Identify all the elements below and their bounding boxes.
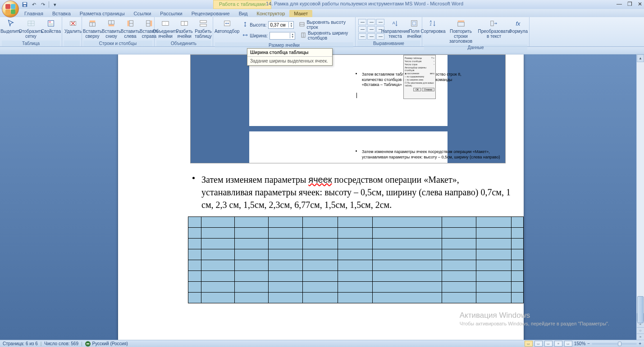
table-cell[interactable] [269,217,303,228]
table-cell[interactable] [234,293,269,303]
table-cell[interactable] [201,239,235,249]
body-paragraph[interactable]: Затем изменяем параметры ячеек посредств… [201,173,512,211]
formula-button[interactable]: fx Формула [509,18,527,35]
properties-button[interactable]: Свойства [42,18,60,35]
table-cell[interactable] [372,271,442,282]
table-cell[interactable] [234,217,269,228]
next-page-button[interactable]: » [637,333,644,340]
table-cell[interactable] [372,228,442,239]
gridlines-button[interactable]: Отобразить сетку [21,18,41,40]
table-cell[interactable] [511,239,523,249]
maximize-button[interactable]: ❐ [627,1,632,7]
tab-view[interactable]: Вид [234,10,252,17]
table-cell[interactable] [476,282,511,293]
table-cell[interactable] [372,239,442,249]
table-cell[interactable] [372,293,442,303]
table-cell[interactable] [302,282,338,293]
view-full-screen[interactable]: ▭ [534,341,543,347]
view-outline[interactable]: ≡ [554,341,562,347]
table-cell[interactable] [338,260,373,271]
table-cell[interactable] [302,217,338,228]
table-cell[interactable] [372,217,442,228]
table-cell[interactable] [201,271,235,282]
table-cell[interactable] [188,271,201,282]
table-cell[interactable] [476,271,511,282]
tab-references[interactable]: Ссылки [129,10,156,17]
table-cell[interactable] [476,293,511,303]
distribute-rows-button[interactable]: Выровнять высоту строк [306,20,351,30]
table-cell[interactable] [269,239,303,249]
document-table[interactable] [188,216,524,303]
spinner-arrows[interactable]: ▲▼ [288,22,293,27]
table-cell[interactable] [302,293,338,303]
table-cell[interactable] [201,217,235,228]
height-spinner[interactable]: ▲▼ [268,21,294,29]
table-cell[interactable] [234,271,269,282]
save-icon[interactable] [22,1,28,8]
redo-icon[interactable]: ↷ [40,1,46,8]
insert-below-button[interactable]: Вставить снизу [102,18,120,40]
table-cell[interactable] [302,260,338,271]
align-tl[interactable] [358,19,366,25]
table-cell[interactable] [338,282,373,293]
browse-object-button[interactable]: ○ [637,327,644,333]
text-direction-button[interactable]: A Направление текста [386,18,404,40]
table-cell[interactable] [201,282,235,293]
sort-button[interactable]: AZ Сортировка [424,18,442,35]
table-cell[interactable] [269,282,303,293]
table-cell[interactable] [188,293,201,303]
table-cell[interactable] [511,217,523,228]
zoom-level[interactable]: 150% [574,341,586,346]
table-cell[interactable] [442,271,476,282]
tab-page-layout[interactable]: Разметка страницы [75,10,129,17]
zoom-slider-thumb[interactable] [618,342,621,346]
table-cell[interactable] [269,293,303,303]
height-input[interactable] [269,22,288,28]
table-cell[interactable] [442,228,476,239]
table-cell[interactable] [511,293,523,303]
table-cell[interactable] [269,228,303,239]
view-draft[interactable]: ▭ [564,341,572,347]
table-cell[interactable] [372,249,442,260]
table-cell[interactable] [234,282,269,293]
table-cell[interactable] [338,249,373,260]
split-table-button[interactable]: Разбить таблицу [194,18,212,40]
table-cell[interactable] [511,249,523,260]
tab-home[interactable]: Главная [20,10,48,17]
table-cell[interactable] [476,239,511,249]
table-cell[interactable] [476,249,511,260]
table-cell[interactable] [442,282,476,293]
align-bc[interactable] [367,33,375,40]
table-cell[interactable] [442,239,476,249]
view-print-layout[interactable]: ▭ [525,341,533,347]
close-button[interactable]: ✕ [638,1,642,7]
align-mc[interactable] [367,26,375,32]
tab-review[interactable]: Рецензирование [187,10,234,17]
table-cell[interactable] [201,228,235,239]
scroll-thumb[interactable] [637,296,644,323]
table-cell[interactable] [338,293,373,303]
table-cell[interactable] [476,217,511,228]
table-cell[interactable] [234,239,269,249]
vertical-scrollbar[interactable]: ▲ ▼ « ○ » [636,54,644,340]
table-cell[interactable] [269,271,303,282]
tab-mailings[interactable]: Рассылки [155,10,187,17]
table-cell[interactable] [442,260,476,271]
table-cell[interactable] [476,228,511,239]
table-cell[interactable] [269,249,303,260]
table-cell[interactable] [511,228,523,239]
align-bl[interactable] [358,33,366,40]
qat-customize-icon[interactable]: ▾ [52,1,58,8]
table-cell[interactable] [234,228,269,239]
delete-button[interactable]: Удалить [64,18,82,35]
page[interactable]: Затем вставляем табл формата: количество… [118,54,524,340]
table-cell[interactable] [201,249,235,260]
select-button[interactable]: Выделить [2,18,20,35]
insert-above-button[interactable]: Вставить сверху [83,18,101,40]
table-cell[interactable] [511,260,523,271]
table-cell[interactable] [302,249,338,260]
table-cell[interactable] [338,271,373,282]
table-cell[interactable] [201,260,235,271]
merge-cells-button[interactable]: Объединить ячейки [156,18,174,40]
width-spinner[interactable]: ▲▼ [269,32,295,40]
